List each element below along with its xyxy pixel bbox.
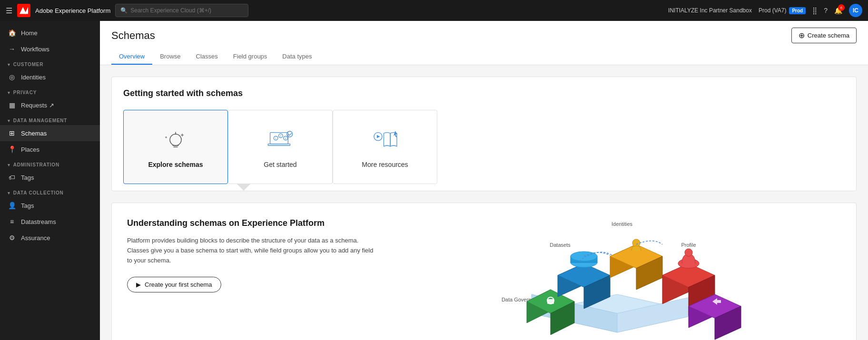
sidebar-item-identities-label: Identities: [21, 74, 46, 81]
datasets-label: Datasets: [550, 242, 571, 248]
create-schema-label: Create schema: [808, 32, 849, 39]
sidebar-item-tags-dc-label: Tags: [21, 202, 34, 209]
adobe-logo: [17, 4, 30, 17]
sidebar-section-privacy-label: PRIVACY: [13, 90, 37, 95]
prod-badge[interactable]: Prod: [789, 7, 806, 14]
explore-schemas-icon: [161, 126, 190, 154]
sidebar-item-assurance[interactable]: ⚙ Assurance: [0, 230, 100, 246]
svg-marker-1: [25, 7, 28, 14]
svg-text:1: 1: [275, 137, 276, 140]
sidebar-item-tags-admin[interactable]: 🏷 Tags: [0, 169, 100, 185]
requests-icon: ▦: [8, 101, 16, 109]
identities-label: Identities: [612, 221, 633, 227]
card-pointer: [237, 184, 250, 191]
places-icon: 📍: [8, 146, 16, 153]
schemas-icon: ⊞: [8, 129, 16, 137]
diagram-area: Identities Datasets Profile Data Governa…: [394, 218, 841, 340]
sidebar-section-data-collection[interactable]: ▾ DATA COLLECTION: [0, 185, 100, 197]
svg-point-11: [287, 131, 293, 137]
sidebar-item-home[interactable]: 🏠 Home: [0, 25, 100, 41]
get-started-icon: 1 2 3: [266, 126, 295, 154]
hamburger-menu-icon[interactable]: ☰: [6, 6, 12, 15]
workflows-icon: →: [8, 45, 16, 53]
search-input[interactable]: [130, 7, 243, 14]
profile-label: Profile: [681, 242, 696, 248]
sidebar-item-places-label: Places: [21, 146, 39, 153]
help-icon[interactable]: ?: [824, 7, 828, 14]
sandbox-name: Prod (VA7): [759, 7, 786, 14]
card-explore-schemas[interactable]: Explore schemas: [123, 110, 228, 184]
home-icon: 🏠: [8, 29, 16, 37]
sidebar-item-datastreams-label: Datastreams: [21, 218, 56, 225]
svg-marker-13: [377, 135, 380, 138]
assurance-icon: ⚙: [8, 234, 16, 242]
top-navigation: ☰ Adobe Experience Platform 🔍 INITIALYZE…: [0, 0, 868, 21]
datastreams-icon: ≡: [8, 218, 16, 225]
sidebar-section-administration-label: ADMINISTRATION: [13, 162, 59, 167]
avatar[interactable]: IC: [849, 4, 862, 17]
search-bar[interactable]: 🔍: [115, 4, 248, 17]
tabs: Overview Browse Classes Field groups Dat…: [111, 49, 857, 65]
video-icon: ▶: [136, 281, 141, 288]
main-content: Schemas ⊕ Create schema Overview Browse …: [100, 21, 868, 340]
content-area: Getting started with schemas: [100, 65, 868, 340]
tab-classes[interactable]: Classes: [188, 49, 226, 65]
sidebar-item-workflows-label: Workflows: [21, 46, 49, 53]
chevron-down-icon-privacy: ▾: [8, 90, 10, 95]
sidebar-item-home-label: Home: [21, 29, 38, 37]
card-get-started[interactable]: 1 2 3 Get started: [228, 110, 333, 184]
sidebar-item-identities[interactable]: ◎ Identities: [0, 69, 100, 85]
sidebar-item-tags-dc[interactable]: 👤 Tags: [0, 197, 100, 214]
tags-admin-icon: 🏷: [8, 174, 16, 181]
sidebar-section-data-management-label: DATA MANAGEMENT: [13, 118, 67, 123]
sidebar-item-assurance-label: Assurance: [21, 234, 50, 242]
search-icon: 🔍: [120, 7, 128, 14]
page-header: Schemas ⊕ Create schema Overview Browse …: [100, 21, 868, 65]
identities-icon: ◎: [8, 73, 16, 81]
topnav-icons: ⣿ ? 🔔 6 IC: [812, 4, 862, 17]
sidebar-item-workflows[interactable]: → Workflows: [0, 41, 100, 57]
svg-rect-4: [268, 144, 290, 146]
create-first-schema-button[interactable]: ▶ Create your first schema: [127, 277, 221, 292]
sidebar-item-tags-admin-label: Tags: [21, 174, 34, 181]
schema-diagram: Identities Datasets Profile Data Governa…: [394, 218, 841, 340]
sidebar-item-datastreams[interactable]: ≡ Datastreams: [0, 214, 100, 230]
sidebar-section-customer[interactable]: ▾ CUSTOMER: [0, 57, 100, 69]
svg-point-36: [685, 249, 692, 256]
tab-data-types[interactable]: Data types: [275, 49, 319, 65]
card-get-started-label: Get started: [264, 161, 296, 168]
sidebar-section-privacy[interactable]: ▾ PRIVACY: [0, 85, 100, 97]
apps-icon[interactable]: ⣿: [812, 7, 817, 14]
sandbox-badge: Prod (VA7) Prod: [759, 7, 806, 14]
notification-badge: 6: [838, 4, 845, 11]
create-first-schema-label: Create your first schema: [145, 281, 212, 288]
more-resources-icon: [371, 126, 399, 154]
sidebar-section-data-management[interactable]: ▾ DATA MANAGEMENT: [0, 113, 100, 125]
sidebar: 🏠 Home → Workflows ▾ CUSTOMER ◎ Identiti…: [0, 21, 100, 340]
sidebar-item-requests[interactable]: ▦ Requests ↗: [0, 97, 100, 113]
svg-text:2: 2: [280, 135, 281, 137]
tags-dc-icon: 👤: [8, 202, 16, 209]
page-title: Schemas: [111, 29, 155, 42]
tab-field-groups[interactable]: Field groups: [226, 49, 275, 65]
sidebar-item-places[interactable]: 📍 Places: [0, 141, 100, 157]
svg-text:3: 3: [285, 137, 286, 140]
chevron-down-icon: ▾: [8, 62, 10, 67]
svg-rect-21: [547, 299, 554, 304]
understanding-section: Understanding schemas on Experience Plat…: [111, 203, 857, 340]
sidebar-item-schemas-label: Schemas: [21, 130, 47, 137]
svg-point-2: [170, 134, 181, 146]
card-more-resources-label: More resources: [362, 161, 408, 168]
create-schema-button[interactable]: ⊕ Create schema: [791, 28, 857, 43]
app-title: Adobe Experience Platform: [35, 7, 110, 14]
getting-started-section: Getting started with schemas: [111, 77, 857, 191]
sidebar-section-administration[interactable]: ▾ ADMINISTRATION: [0, 157, 100, 169]
tab-overview[interactable]: Overview: [111, 49, 152, 65]
card-more-resources[interactable]: More resources: [333, 110, 437, 184]
sidebar-section-customer-label: CUSTOMER: [13, 62, 43, 67]
org-name: INITIALYZE Inc Partner Sandbox: [668, 7, 752, 14]
notifications-icon[interactable]: 🔔 6: [834, 7, 842, 14]
chevron-down-icon-dc: ▾: [8, 191, 10, 195]
sidebar-item-schemas[interactable]: ⊞ Schemas: [0, 125, 100, 141]
tab-browse[interactable]: Browse: [152, 49, 188, 65]
